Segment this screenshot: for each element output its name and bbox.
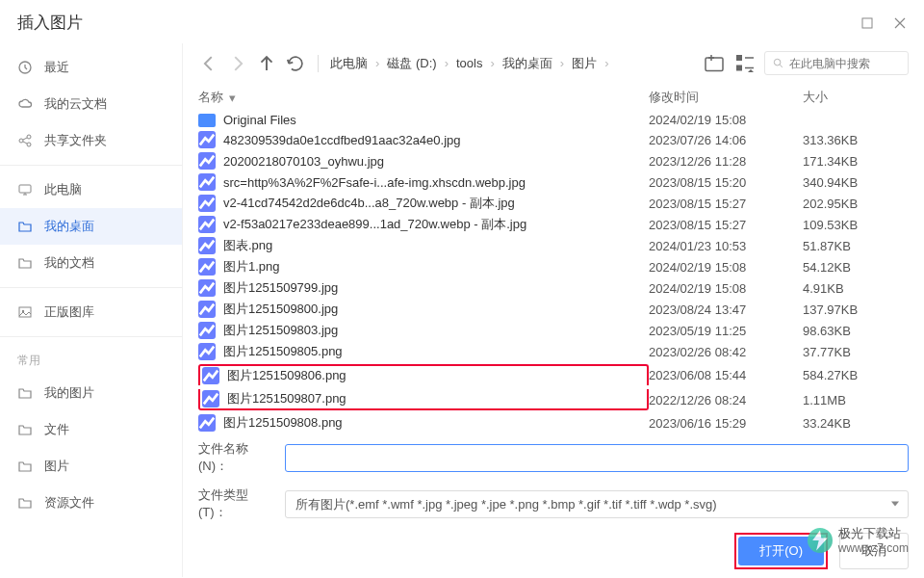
chevron-right-icon: › <box>372 56 383 70</box>
file-size: 98.63KB <box>803 324 909 338</box>
file-name: v2-f53a0217e233deae899...1ad_720w.webp -… <box>223 216 526 233</box>
sidebar-item-图片[interactable]: 图片 <box>0 448 182 485</box>
breadcrumb-item[interactable]: 磁盘 (D:) <box>387 55 436 72</box>
highlight-annotation: 打开(O) <box>734 533 828 569</box>
filetype-label: 文件类型(T)： <box>198 486 275 521</box>
file-modified: 2024/01/23 10:53 <box>649 239 803 253</box>
file-modified: 2023/07/26 14:06 <box>649 133 803 147</box>
file-row[interactable]: v2-f53a0217e233deae899...1ad_720w.webp -… <box>198 214 909 235</box>
image-file-icon <box>198 173 216 191</box>
sidebar-item-我的文档[interactable]: 我的文档 <box>0 245 182 281</box>
file-name: 20200218070103_oyhwu.jpg <box>223 154 384 169</box>
image-file-icon <box>198 343 216 360</box>
column-name[interactable]: 名称 <box>198 89 223 106</box>
file-size: 54.12KB <box>803 260 909 275</box>
search-input[interactable] <box>789 57 901 70</box>
file-row[interactable]: 图表.png2024/01/23 10:5351.87KB <box>198 235 909 256</box>
new-folder-button[interactable] <box>703 52 726 75</box>
cancel-button[interactable]: 取消 <box>839 533 909 569</box>
back-button[interactable] <box>198 53 219 74</box>
sort-indicator-icon: ▾ <box>229 91 236 105</box>
file-modified: 2023/08/24 13:47 <box>649 302 803 317</box>
folder-icon <box>17 495 33 511</box>
svg-rect-0 <box>862 18 872 28</box>
file-name: v2-41cd74542d2de6dc4b...a8_720w.webp - 副… <box>223 195 515 212</box>
refresh-button[interactable] <box>285 53 306 74</box>
file-name: Original Files <box>223 113 296 127</box>
image-file-icon <box>198 414 216 432</box>
file-row[interactable]: 图片1251509803.jpg2023/05/19 11:2598.63KB <box>198 320 909 341</box>
sidebar-item-label: 此电脑 <box>44 181 82 198</box>
sidebar-item-正版图库[interactable]: 正版图库 <box>0 294 182 330</box>
sidebar-item-文件[interactable]: 文件 <box>0 411 182 448</box>
breadcrumb-item[interactable]: 我的桌面 <box>502 55 552 72</box>
sidebar-item-共享文件夹[interactable]: 共享文件夹 <box>0 122 182 159</box>
file-row[interactable]: 图片1251509805.png2023/02/26 08:4237.77KB <box>198 341 909 362</box>
file-name: 图片1.png <box>223 258 280 276</box>
up-button[interactable] <box>256 53 277 74</box>
sidebar: 最近我的云文档共享文件夹 此电脑我的桌面我的文档 正版图库 常用 我的图片文件图… <box>0 43 183 577</box>
breadcrumb: 此电脑›磁盘 (D:)›tools›我的桌面›图片› <box>330 55 695 72</box>
file-row[interactable]: 图片1.png2024/02/19 15:0854.12KB <box>198 256 909 277</box>
close-button[interactable] <box>893 16 907 30</box>
file-row[interactable]: 图片1251509800.jpg2023/08/24 13:47137.97KB <box>198 299 909 320</box>
file-size: 137.97KB <box>803 302 909 317</box>
file-row[interactable]: 图片1251509799.jpg2024/02/19 15:084.91KB <box>198 277 909 299</box>
sidebar-item-我的桌面[interactable]: 我的桌面 <box>0 208 182 245</box>
sidebar-item-资源文件[interactable]: 资源文件 <box>0 485 182 521</box>
file-name: 图片1251509807.png <box>227 390 346 407</box>
file-row[interactable]: 图片1251509808.png2023/06/16 15:2933.24KB <box>198 412 909 433</box>
dialog-title: 插入图片 <box>17 12 83 34</box>
breadcrumb-item[interactable]: 图片 <box>572 55 597 72</box>
sidebar-item-label: 我的云文档 <box>44 95 107 113</box>
chevron-right-icon: › <box>556 56 568 70</box>
file-name: 图片1251509799.jpg <box>223 279 338 297</box>
breadcrumb-item[interactable]: tools <box>456 56 482 70</box>
file-size: 33.24KB <box>803 416 909 431</box>
column-size[interactable]: 大小 <box>803 89 909 106</box>
file-modified: 2023/06/16 15:29 <box>649 416 803 431</box>
image-file-icon <box>198 279 216 297</box>
sidebar-item-我的图片[interactable]: 我的图片 <box>0 375 182 411</box>
file-row[interactable]: Original Files2024/02/19 15:08 <box>198 111 909 129</box>
file-size: 4.91KB <box>803 281 909 296</box>
open-button[interactable]: 打开(O) <box>738 537 824 565</box>
folder-icon <box>198 114 216 127</box>
file-modified: 2023/06/08 15:44 <box>649 368 803 382</box>
file-row[interactable]: 图片1251509807.png2022/12/26 08:241.11MB <box>198 387 909 412</box>
file-name: 图片1251509808.png <box>223 414 343 432</box>
filename-label: 文件名称(N)： <box>198 440 275 475</box>
sidebar-item-label: 图片 <box>44 458 69 475</box>
sidebar-item-label: 资源文件 <box>44 494 94 512</box>
file-name: 图表.png <box>223 237 272 254</box>
file-modified: 2023/02/26 08:42 <box>649 345 803 359</box>
sidebar-item-label: 正版图库 <box>44 303 94 321</box>
image-file-icon <box>198 216 216 233</box>
cloud-icon <box>17 96 33 112</box>
maximize-button[interactable] <box>860 16 874 30</box>
folder-icon <box>17 422 33 437</box>
sidebar-item-此电脑[interactable]: 此电脑 <box>0 171 182 208</box>
file-row[interactable]: 482309539da0e1ccdfbed91aac32a4e0.jpg2023… <box>198 129 909 150</box>
svg-rect-10 <box>736 65 742 70</box>
folder-icon <box>17 459 33 474</box>
sidebar-item-label: 我的桌面 <box>44 218 94 235</box>
image-icon <box>17 304 33 320</box>
chevron-right-icon: › <box>601 56 612 70</box>
svg-rect-9 <box>736 55 742 61</box>
filename-input[interactable] <box>285 444 909 472</box>
forward-button[interactable] <box>227 53 248 74</box>
file-modified: 2023/08/15 15:20 <box>649 175 803 190</box>
file-row[interactable]: src=http%3A%2F%2Fsafe-i...afe-img.xhscdn… <box>198 171 909 193</box>
image-file-icon <box>202 390 219 407</box>
search-box[interactable] <box>764 51 909 75</box>
breadcrumb-item[interactable]: 此电脑 <box>330 55 368 72</box>
sidebar-item-我的云文档[interactable]: 我的云文档 <box>0 86 182 122</box>
column-modified[interactable]: 修改时间 <box>649 89 803 106</box>
view-options-button[interactable] <box>733 52 757 75</box>
file-row[interactable]: 图片1251509806.png2023/06/08 15:44584.27KB <box>198 362 909 387</box>
file-row[interactable]: v2-41cd74542d2de6dc4b...a8_720w.webp - 副… <box>198 193 909 214</box>
filetype-select[interactable]: 所有图片(*.emf *.wmf *.jpg *.jpeg *.jpe *.pn… <box>285 490 909 518</box>
file-row[interactable]: 20200218070103_oyhwu.jpg2023/12/26 11:28… <box>198 150 909 171</box>
sidebar-item-最近[interactable]: 最近 <box>0 49 182 86</box>
